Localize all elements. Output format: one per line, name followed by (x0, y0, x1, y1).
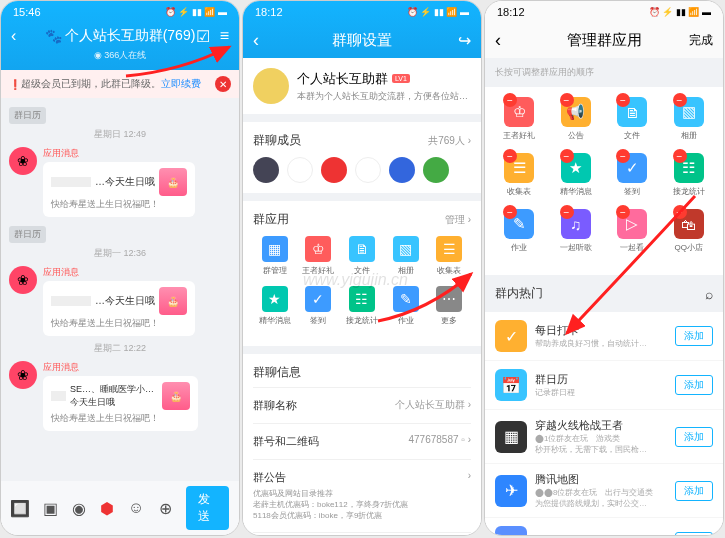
avatar[interactable]: ❀ (9, 147, 37, 175)
hot-item[interactable]: ▶腾讯动漫添加 (485, 518, 723, 536)
bubble[interactable]: SE…、睡眠医学小…今天生日哦 🎂 快给寿星送上生日祝福吧！ (43, 376, 198, 431)
add-button[interactable]: 添加 (675, 481, 713, 501)
manage-app-item[interactable]: −♔王者好礼 (491, 97, 548, 141)
member-avatar[interactable] (253, 157, 279, 183)
menu-icon[interactable]: ≡ (220, 27, 229, 46)
remove-icon[interactable]: − (503, 205, 517, 219)
back-icon[interactable]: ‹ (253, 30, 259, 51)
calendar-tag[interactable]: 群日历 (9, 226, 46, 243)
manage-app-item[interactable]: −✓签到 (604, 153, 661, 197)
manage-app-item[interactable]: −★精华消息 (548, 153, 605, 197)
members-card[interactable]: 群聊成员 共769人 › (243, 122, 481, 193)
share-icon[interactable]: ↪ (458, 31, 471, 50)
manage-body[interactable]: 长按可调整群应用的顺序 −♔王者好礼−📢公告−🗎文件−▧相册−☰收集表−★精华消… (485, 58, 723, 536)
chat-body[interactable]: 群日历 星期日 12:49 ❀ 应用消息 …今天生日哦 🎂 快给寿星送上生日祝福… (1, 98, 239, 518)
app-item[interactable]: ♔王者好礼 (297, 236, 341, 276)
drag-hint: 长按可调整群应用的顺序 (485, 58, 723, 87)
remove-icon[interactable]: − (616, 205, 630, 219)
camera-icon[interactable]: ◉ (72, 499, 86, 517)
manage-app-item[interactable]: −✎作业 (491, 209, 548, 253)
remove-icon[interactable]: − (503, 93, 517, 107)
group-title[interactable]: 个人站长互助群(769) (65, 27, 196, 45)
app-name: 一起听歌 (560, 242, 592, 253)
app-name: 文件 (354, 265, 370, 276)
renew-link[interactable]: 立即续费 (161, 77, 201, 91)
image-icon[interactable]: ▣ (43, 499, 58, 517)
manage-app-item[interactable]: −▧相册 (661, 97, 718, 141)
plus-icon[interactable]: ⊕ (158, 499, 172, 517)
manage-app-item[interactable]: −🗎文件 (604, 97, 661, 141)
avatar[interactable]: ❀ (9, 361, 37, 389)
redpacket-icon[interactable]: ⬢ (100, 499, 114, 517)
member-avatar[interactable] (389, 157, 415, 183)
hot-item[interactable]: ✈腾讯地图⬤⬤8位群友在玩 出行与交通类 为您提供路线规划，实时公交…添加 (485, 464, 723, 518)
status-bar: 18:12 ⏰ ⚡ ▮▮ 📶 ▬ (485, 1, 723, 23)
member-avatar[interactable] (355, 157, 381, 183)
message: ❀ 应用消息 …今天生日哦 🎂 快给寿星送上生日祝福吧！ (9, 147, 231, 217)
emoji-icon[interactable]: ☺ (128, 499, 144, 517)
hot-item[interactable]: ✓每日打卡帮助养成良好习惯，自动统计…添加 (485, 312, 723, 361)
add-button[interactable]: 添加 (675, 375, 713, 395)
apps-manage[interactable]: 管理 › (445, 213, 471, 227)
app-item[interactable]: ✎作业 (384, 286, 428, 326)
members-count[interactable]: 共769人 › (428, 134, 471, 148)
back-icon[interactable]: ‹ (495, 30, 501, 51)
member-avatar[interactable] (321, 157, 347, 183)
check-icon[interactable]: ☑ (196, 27, 210, 46)
app-item[interactable]: ✓签到 (297, 286, 341, 326)
remove-icon[interactable]: − (560, 93, 574, 107)
app-item[interactable]: ▦群管理 (253, 236, 297, 276)
search-icon[interactable]: ⌕ (705, 286, 713, 302)
settings-body[interactable]: 个人站长互助群LV1 本群为个人站长互助交流群，方便各位站… 群聊成员 共769… (243, 58, 481, 536)
app-item[interactable]: ★精华消息 (253, 286, 297, 326)
app-item[interactable]: ⋯更多 (427, 286, 471, 326)
remove-icon[interactable]: − (503, 149, 517, 163)
remove-icon[interactable]: − (616, 149, 630, 163)
message: ❀ 应用消息 SE…、睡眠医学小…今天生日哦 🎂 快给寿星送上生日祝福吧！ (9, 361, 231, 431)
send-button[interactable]: 发送 (186, 486, 229, 530)
remove-icon[interactable]: − (673, 205, 687, 219)
close-icon[interactable]: ✕ (215, 76, 231, 92)
bubble[interactable]: …今天生日哦 🎂 快给寿星送上生日祝福吧！ (43, 162, 195, 217)
hot-item[interactable]: 📅群日历记录群日程添加 (485, 361, 723, 410)
row-group-name[interactable]: 群聊名称个人站长互助群 › (253, 387, 471, 423)
row-notice[interactable]: 群公告› 优惠码及网站目录推荐 老薛主机优惠码：boke112，享终身7折优惠 … (253, 459, 471, 532)
row-nickname[interactable]: 我的本群昵称老古lwuyiba.com › (253, 532, 471, 536)
manage-app-item[interactable]: −🛍QQ小店 (661, 209, 718, 253)
manage-title-row: ‹ 管理群应用 完成 (485, 23, 723, 58)
app-item[interactable]: 🗎文件 (340, 236, 384, 276)
back-icon[interactable]: ‹ (11, 27, 16, 45)
add-button[interactable]: 添加 (675, 326, 713, 346)
hot-item[interactable]: ▦穿越火线枪战王者⬤1位群友在玩 游戏类 秒开秒玩，无需下载，国民枪…添加 (485, 410, 723, 464)
manage-app-item[interactable]: −▷一起看 (604, 209, 661, 253)
group-info-card[interactable]: 个人站长互助群LV1 本群为个人站长互助交流群，方便各位站… (243, 58, 481, 114)
manage-app-item[interactable]: −♫一起听歌 (548, 209, 605, 253)
app-icon: ▧ (393, 236, 419, 262)
avatar[interactable]: ❀ (9, 266, 37, 294)
app-name: 文件 (624, 130, 640, 141)
member-avatar[interactable] (423, 157, 449, 183)
group-avatar[interactable] (253, 68, 289, 104)
done-button[interactable]: 完成 (689, 32, 713, 49)
remove-icon[interactable]: − (560, 205, 574, 219)
remove-icon[interactable]: − (673, 149, 687, 163)
manage-app-item[interactable]: −☰收集表 (491, 153, 548, 197)
sender-label: 应用消息 (43, 147, 195, 160)
app-item[interactable]: ▧相册 (384, 236, 428, 276)
remove-icon[interactable]: − (560, 149, 574, 163)
remove-icon[interactable]: − (616, 93, 630, 107)
manage-app-item[interactable]: −📢公告 (548, 97, 605, 141)
manage-app-item[interactable]: −☷接龙统计 (661, 153, 718, 197)
remove-icon[interactable]: − (673, 93, 687, 107)
member-avatar[interactable] (287, 157, 313, 183)
row-group-qr[interactable]: 群号和二维码477678587 ▫ › (253, 423, 471, 459)
app-name: 收集表 (507, 186, 531, 197)
bubble[interactable]: …今天生日哦 🎂 快给寿星送上生日祝福吧！ (43, 281, 195, 336)
add-button[interactable]: 添加 (675, 427, 713, 447)
app-item[interactable]: ☷接龙统计 (340, 286, 384, 326)
voice-icon[interactable]: 🔲 (11, 499, 29, 517)
add-button[interactable]: 添加 (675, 532, 713, 536)
warning-banner[interactable]: ❗ 超级会员已到期，此群已降级。 立即续费 ✕ (1, 70, 239, 98)
calendar-tag[interactable]: 群日历 (9, 107, 46, 124)
app-item[interactable]: ☰收集表 (427, 236, 471, 276)
